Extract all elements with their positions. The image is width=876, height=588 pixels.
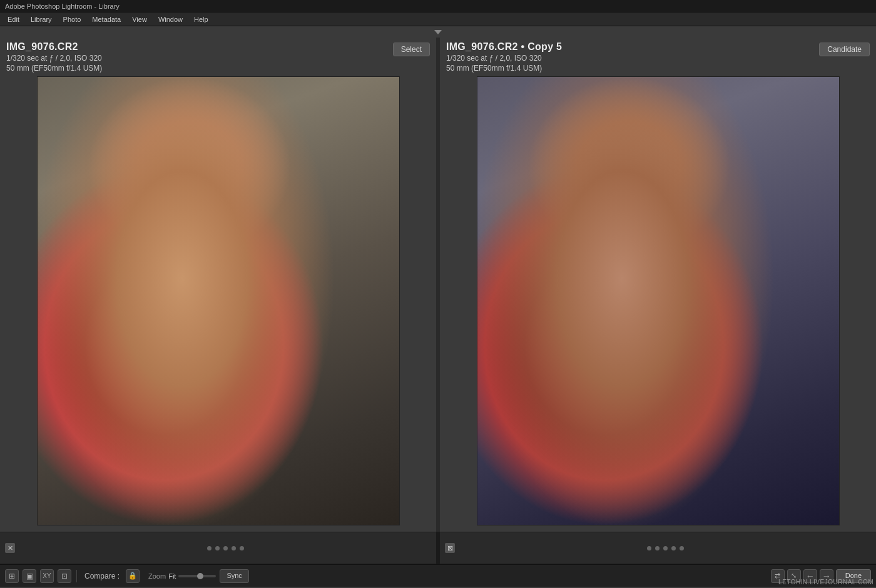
filmstrip-dot bbox=[655, 546, 660, 550]
left-panel-header: IMG_9076.CR2 1/320 sec at ƒ / 2,0, ISO 3… bbox=[0, 38, 436, 74]
filmstrip-left-close[interactable]: ✕ bbox=[5, 543, 15, 553]
lock-button[interactable]: 🔒 bbox=[126, 569, 140, 583]
select-badge[interactable]: Select bbox=[393, 43, 430, 56]
menu-help[interactable]: Help bbox=[189, 14, 213, 24]
menu-view[interactable]: View bbox=[127, 14, 152, 24]
toolbar-sep-1 bbox=[76, 570, 77, 582]
filmstrip-area: ✕ ⊠ bbox=[0, 532, 876, 564]
loupe-view-button[interactable]: ▣ bbox=[23, 569, 36, 583]
zoom-slider[interactable] bbox=[178, 575, 216, 577]
filmstrip-left-dots bbox=[20, 546, 431, 550]
left-photo-container bbox=[0, 74, 436, 532]
right-panel-header: IMG_9076.CR2 • Copy 5 1/320 sec at ƒ / 2… bbox=[440, 38, 876, 74]
zoom-section: Zoom Fit bbox=[148, 572, 216, 580]
filmstrip-dot bbox=[663, 546, 668, 550]
right-photo bbox=[477, 77, 839, 525]
sync-button[interactable]: Sync bbox=[220, 569, 248, 583]
watermark: LETOHIN.LIVEJOURNAL.COM bbox=[778, 579, 873, 585]
left-meta-line2: 50 mm (EF50mm f/1.4 USM) bbox=[6, 64, 430, 73]
menu-bar: Edit Library Photo Metadata View Window … bbox=[0, 13, 876, 26]
filmstrip-dot bbox=[207, 546, 211, 550]
filmstrip-dot bbox=[680, 546, 684, 550]
filmstrip-right-lock[interactable]: ⊠ bbox=[445, 543, 455, 553]
filmstrip-dot bbox=[223, 546, 228, 550]
menu-library[interactable]: Library bbox=[26, 14, 57, 24]
zoom-thumb[interactable] bbox=[197, 573, 203, 579]
survey-view-button[interactable]: ⊡ bbox=[58, 569, 71, 583]
right-photo-container bbox=[440, 74, 876, 532]
left-meta-line1: 1/320 sec at ƒ / 2,0, ISO 320 bbox=[6, 54, 430, 63]
bottom-toolbar: ⊞ ▣ XY ⊡ Compare : 🔒 Zoom Fit Sync ⇄ ⤡ ←… bbox=[0, 564, 876, 587]
compare-label: Compare : bbox=[82, 572, 122, 580]
candidate-badge: Candidate bbox=[819, 43, 870, 56]
left-photo-frame bbox=[37, 76, 400, 525]
compare-area: IMG_9076.CR2 1/320 sec at ƒ / 2,0, ISO 3… bbox=[0, 38, 876, 532]
grid-view-button[interactable]: ⊞ bbox=[5, 569, 19, 583]
right-meta-line1: 1/320 sec at ƒ / 2,0, ISO 320 bbox=[446, 54, 870, 63]
xy-compare-button[interactable]: XY bbox=[40, 569, 54, 583]
right-meta-line2: 50 mm (EF50mm f/1.4 USM) bbox=[446, 64, 870, 73]
app-title: Adobe Photoshop Lightroom - Library bbox=[5, 3, 120, 10]
right-filename: IMG_9076.CR2 • Copy 5 bbox=[446, 41, 870, 53]
filmstrip-left: ✕ bbox=[0, 543, 436, 553]
filmstrip-dot bbox=[647, 546, 651, 550]
zoom-value: Fit bbox=[168, 572, 176, 580]
left-photo bbox=[38, 77, 399, 525]
menu-edit[interactable]: Edit bbox=[3, 14, 24, 24]
menu-photo[interactable]: Photo bbox=[58, 14, 86, 24]
zoom-label: Zoom bbox=[148, 572, 166, 580]
filmstrip-dot bbox=[215, 546, 220, 550]
panel-toggle-arrow[interactable] bbox=[434, 30, 442, 34]
right-photo-frame bbox=[477, 76, 840, 525]
title-bar: Adobe Photoshop Lightroom - Library bbox=[0, 0, 876, 13]
left-compare-panel: IMG_9076.CR2 1/320 sec at ƒ / 2,0, ISO 3… bbox=[0, 38, 436, 532]
left-filename: IMG_9076.CR2 bbox=[6, 41, 430, 53]
filmstrip-dot bbox=[240, 546, 244, 550]
filmstrip-right: ⊠ bbox=[440, 543, 876, 553]
menu-metadata[interactable]: Metadata bbox=[87, 14, 126, 24]
top-arrow-bar bbox=[0, 26, 876, 38]
right-compare-panel: IMG_9076.CR2 • Copy 5 1/320 sec at ƒ / 2… bbox=[440, 38, 876, 532]
filmstrip-dot bbox=[671, 546, 676, 550]
filmstrip-right-dots bbox=[460, 546, 871, 550]
filmstrip-dot bbox=[232, 546, 236, 550]
menu-window[interactable]: Window bbox=[153, 14, 188, 24]
